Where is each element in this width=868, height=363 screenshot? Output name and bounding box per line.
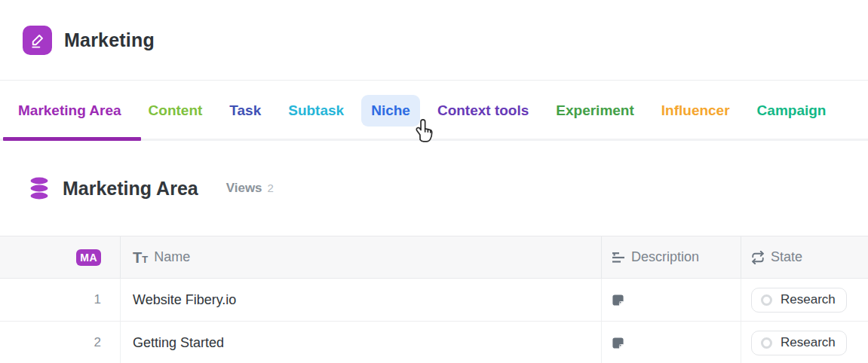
tab-content[interactable]: Content [149, 102, 203, 119]
type-tabs-bar: Marketing Area Content Task Subtask Nich… [0, 81, 868, 141]
tab-campaign[interactable]: Campaign [757, 102, 827, 119]
state-select[interactable]: Research [751, 288, 847, 313]
tab-niche[interactable]: Niche [361, 95, 420, 127]
row-number: 1 [94, 292, 101, 307]
note-document-icon[interactable] [612, 294, 624, 307]
table-header-row: MA TT Name Description [0, 236, 868, 279]
row-number-cell: 1 [0, 279, 120, 321]
active-tab-underline [3, 137, 141, 141]
note-document-icon[interactable] [612, 337, 624, 349]
text-type-icon: TT [133, 250, 148, 265]
description-cell[interactable] [601, 322, 741, 363]
entity-badge-cell: MA [0, 236, 120, 278]
row-number: 2 [94, 335, 101, 350]
tab-task[interactable]: Task [229, 102, 261, 119]
views-count-badge: 2 [268, 182, 274, 194]
app-header: Marketing [0, 0, 868, 81]
state-cell: Research [741, 322, 868, 363]
state-ring-icon [761, 294, 772, 306]
entity-type-badge[interactable]: MA [76, 249, 101, 266]
row-number-cell: 2 [0, 322, 120, 363]
state-ring-icon [761, 337, 772, 349]
state-select[interactable]: Research [751, 331, 847, 355]
rich-text-icon [612, 251, 625, 264]
column-header-state[interactable]: State [741, 236, 868, 278]
table-row[interactable]: 2 Getting Started Research [0, 322, 868, 363]
fibery-app-window: Marketing Marketing Area Content Task Su… [0, 0, 868, 363]
views-button[interactable]: Views2 [226, 181, 274, 196]
tab-marketing-area[interactable]: Marketing Area [18, 102, 121, 119]
workflow-icon [751, 251, 765, 264]
pencil-icon [29, 32, 46, 49]
column-header-description[interactable]: Description [601, 236, 741, 278]
database-section-header: Marketing Area Views2 [0, 141, 868, 236]
table-row[interactable]: 1 Website Fibery.io Research [0, 279, 868, 322]
page-title: Marketing [64, 29, 155, 51]
tab-experiment[interactable]: Experiment [556, 102, 633, 119]
column-header-name[interactable]: TT Name [120, 236, 601, 278]
tab-subtask[interactable]: Subtask [288, 102, 344, 119]
database-icon [29, 177, 50, 200]
name-cell[interactable]: Getting Started [120, 322, 601, 363]
marketing-app-icon[interactable] [23, 26, 52, 55]
tab-context-tools[interactable]: Context tools [437, 102, 529, 119]
database-title: Marketing Area [63, 178, 198, 200]
state-cell: Research [741, 279, 868, 321]
tab-influencer[interactable]: Influencer [661, 102, 730, 119]
entities-table: MA TT Name Description [0, 236, 868, 363]
description-cell[interactable] [601, 279, 741, 321]
name-cell[interactable]: Website Fibery.io [120, 279, 601, 321]
